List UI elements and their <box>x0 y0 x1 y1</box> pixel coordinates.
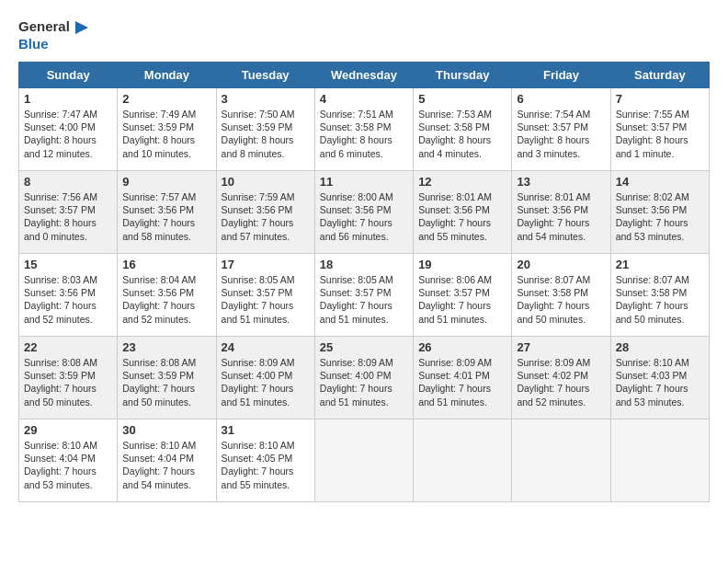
day-info: Sunrise: 8:05 AMSunset: 3:57 PMDaylight:… <box>320 273 408 326</box>
day-number: 21 <box>616 258 704 271</box>
day-cell <box>610 419 709 502</box>
day-cell <box>512 419 610 502</box>
day-info: Sunrise: 8:08 AMSunset: 3:59 PMDaylight:… <box>122 356 210 408</box>
day-cell: 14Sunrise: 8:02 AMSunset: 3:56 PMDayligh… <box>610 171 709 254</box>
day-cell: 28Sunrise: 8:10 AMSunset: 4:03 PMDayligh… <box>610 337 709 419</box>
day-info: Sunrise: 7:57 AMSunset: 3:56 PMDaylight:… <box>122 190 210 243</box>
day-cell: 11Sunrise: 8:00 AMSunset: 3:56 PMDayligh… <box>314 171 413 254</box>
day-info: Sunrise: 7:53 AMSunset: 3:58 PMDaylight:… <box>418 108 506 160</box>
day-number: 22 <box>24 340 112 354</box>
day-number: 1 <box>24 92 112 106</box>
logo-text: General Blue <box>18 18 88 52</box>
day-cell: 24Sunrise: 8:09 AMSunset: 4:00 PMDayligh… <box>216 337 314 419</box>
day-cell: 2Sunrise: 7:49 AMSunset: 3:59 PMDaylight… <box>118 88 216 171</box>
week-row-3: 22Sunrise: 8:08 AMSunset: 3:59 PMDayligh… <box>19 337 710 419</box>
header-cell-sunday: Sunday <box>19 63 118 88</box>
day-info: Sunrise: 8:04 AMSunset: 3:56 PMDaylight:… <box>122 273 210 326</box>
day-cell: 22Sunrise: 8:08 AMSunset: 3:59 PMDayligh… <box>19 337 118 419</box>
day-number: 6 <box>517 92 605 106</box>
header-cell-monday: Monday <box>118 63 216 88</box>
day-cell: 3Sunrise: 7:50 AMSunset: 3:59 PMDaylight… <box>216 88 314 171</box>
day-cell: 15Sunrise: 8:03 AMSunset: 3:56 PMDayligh… <box>19 254 118 337</box>
week-row-0: 1Sunrise: 7:47 AMSunset: 4:00 PMDaylight… <box>19 88 710 171</box>
day-number: 8 <box>24 175 112 189</box>
day-cell: 21Sunrise: 8:07 AMSunset: 3:58 PMDayligh… <box>610 254 709 337</box>
day-number: 17 <box>222 258 310 271</box>
day-cell: 25Sunrise: 8:09 AMSunset: 4:00 PMDayligh… <box>314 337 413 419</box>
day-cell: 1Sunrise: 7:47 AMSunset: 4:00 PMDaylight… <box>19 88 118 171</box>
day-cell: 30Sunrise: 8:10 AMSunset: 4:04 PMDayligh… <box>118 419 216 502</box>
day-info: Sunrise: 8:09 AMSunset: 4:01 PMDaylight:… <box>418 356 506 408</box>
day-cell: 8Sunrise: 7:56 AMSunset: 3:57 PMDaylight… <box>19 171 118 254</box>
day-info: Sunrise: 8:06 AMSunset: 3:57 PMDaylight:… <box>418 273 506 326</box>
header-cell-friday: Friday <box>512 63 610 88</box>
day-info: Sunrise: 8:02 AMSunset: 3:56 PMDaylight:… <box>616 190 704 243</box>
day-number: 16 <box>122 258 210 271</box>
day-info: Sunrise: 8:01 AMSunset: 3:56 PMDaylight:… <box>517 190 605 243</box>
calendar-table: SundayMondayTuesdayWednesdayThursdayFrid… <box>18 62 710 502</box>
logo-arrow-icon <box>72 19 88 36</box>
day-cell: 7Sunrise: 7:55 AMSunset: 3:57 PMDaylight… <box>610 88 709 171</box>
day-number: 15 <box>24 258 112 271</box>
header-cell-tuesday: Tuesday <box>216 63 314 88</box>
svg-marker-0 <box>75 21 88 34</box>
day-number: 26 <box>418 340 506 354</box>
day-number: 7 <box>616 92 704 106</box>
calendar-body: 1Sunrise: 7:47 AMSunset: 4:00 PMDaylight… <box>19 88 710 502</box>
day-cell: 17Sunrise: 8:05 AMSunset: 3:57 PMDayligh… <box>216 254 314 337</box>
page-header: General Blue <box>18 18 710 52</box>
day-cell: 6Sunrise: 7:54 AMSunset: 3:57 PMDaylight… <box>512 88 610 171</box>
day-cell: 23Sunrise: 8:08 AMSunset: 3:59 PMDayligh… <box>118 337 216 419</box>
day-cell: 13Sunrise: 8:01 AMSunset: 3:56 PMDayligh… <box>512 171 610 254</box>
week-row-1: 8Sunrise: 7:56 AMSunset: 3:57 PMDaylight… <box>19 171 710 254</box>
week-row-2: 15Sunrise: 8:03 AMSunset: 3:56 PMDayligh… <box>19 254 710 337</box>
day-cell: 20Sunrise: 8:07 AMSunset: 3:58 PMDayligh… <box>512 254 610 337</box>
day-number: 5 <box>418 92 506 106</box>
day-number: 18 <box>320 258 408 271</box>
day-info: Sunrise: 8:07 AMSunset: 3:58 PMDaylight:… <box>616 273 704 326</box>
week-row-4: 29Sunrise: 8:10 AMSunset: 4:04 PMDayligh… <box>19 419 710 502</box>
day-number: 3 <box>222 92 310 106</box>
day-info: Sunrise: 8:09 AMSunset: 4:00 PMDaylight:… <box>222 356 310 408</box>
day-number: 24 <box>222 340 310 354</box>
day-info: Sunrise: 7:56 AMSunset: 3:57 PMDaylight:… <box>24 190 112 243</box>
day-number: 4 <box>320 92 408 106</box>
header-cell-thursday: Thursday <box>414 63 512 88</box>
header-row: SundayMondayTuesdayWednesdayThursdayFrid… <box>19 63 710 88</box>
day-info: Sunrise: 8:09 AMSunset: 4:00 PMDaylight:… <box>320 356 408 408</box>
day-cell <box>414 419 512 502</box>
day-number: 10 <box>222 175 310 189</box>
day-number: 29 <box>24 423 112 437</box>
day-info: Sunrise: 7:51 AMSunset: 3:58 PMDaylight:… <box>320 108 408 160</box>
day-info: Sunrise: 7:50 AMSunset: 3:59 PMDaylight:… <box>222 108 310 160</box>
day-number: 9 <box>122 175 210 189</box>
day-number: 20 <box>517 258 605 271</box>
day-number: 13 <box>517 175 605 189</box>
day-number: 25 <box>320 340 408 354</box>
day-number: 28 <box>616 340 704 354</box>
day-info: Sunrise: 8:10 AMSunset: 4:05 PMDaylight:… <box>222 439 310 491</box>
day-info: Sunrise: 8:05 AMSunset: 3:57 PMDaylight:… <box>222 273 310 326</box>
day-number: 30 <box>122 423 210 437</box>
day-number: 12 <box>418 175 506 189</box>
day-info: Sunrise: 7:54 AMSunset: 3:57 PMDaylight:… <box>517 108 605 160</box>
day-cell: 16Sunrise: 8:04 AMSunset: 3:56 PMDayligh… <box>118 254 216 337</box>
day-number: 11 <box>320 175 408 189</box>
header-cell-saturday: Saturday <box>610 63 709 88</box>
day-cell: 31Sunrise: 8:10 AMSunset: 4:05 PMDayligh… <box>216 419 314 502</box>
day-info: Sunrise: 8:08 AMSunset: 3:59 PMDaylight:… <box>24 356 112 408</box>
day-number: 27 <box>517 340 605 354</box>
day-cell: 18Sunrise: 8:05 AMSunset: 3:57 PMDayligh… <box>314 254 413 337</box>
day-info: Sunrise: 7:59 AMSunset: 3:56 PMDaylight:… <box>222 190 310 243</box>
day-number: 14 <box>616 175 704 189</box>
day-cell <box>314 419 413 502</box>
day-info: Sunrise: 8:07 AMSunset: 3:58 PMDaylight:… <box>517 273 605 326</box>
day-number: 19 <box>418 258 506 271</box>
day-number: 2 <box>122 92 210 106</box>
day-info: Sunrise: 8:09 AMSunset: 4:02 PMDaylight:… <box>517 356 605 408</box>
day-number: 23 <box>122 340 210 354</box>
day-cell: 4Sunrise: 7:51 AMSunset: 3:58 PMDaylight… <box>314 88 413 171</box>
day-cell: 26Sunrise: 8:09 AMSunset: 4:01 PMDayligh… <box>414 337 512 419</box>
day-cell: 5Sunrise: 7:53 AMSunset: 3:58 PMDaylight… <box>414 88 512 171</box>
logo-blue-text: Blue <box>18 36 49 52</box>
